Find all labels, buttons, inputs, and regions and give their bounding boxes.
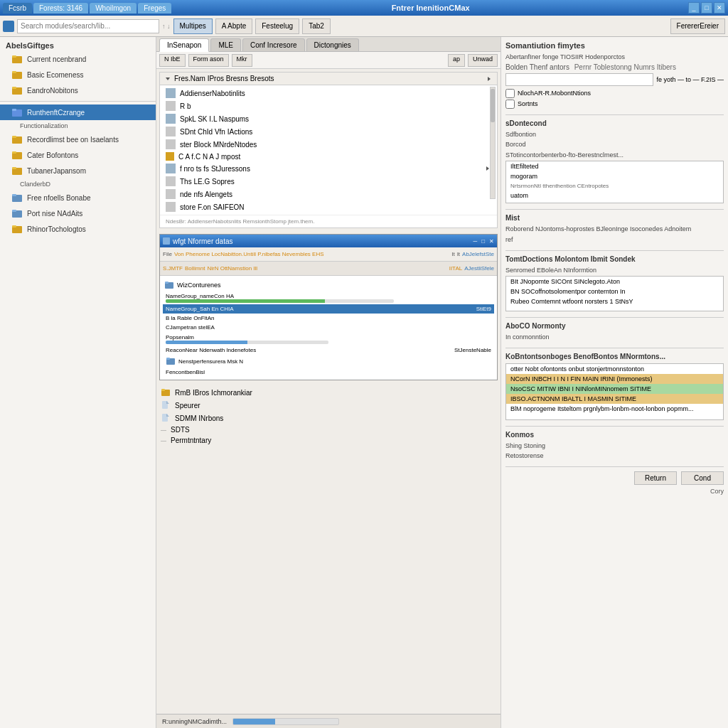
sidebar-item-11[interactable]: RhinorTochologtos — [0, 221, 156, 237]
rp-list-item-2[interactable]: NrtsrmonNtI tthenthention CEntropotes — [506, 181, 723, 191]
inner-row-3[interactable]: B la Rable OnFltAn — [163, 314, 494, 323]
rp-list-item-1[interactable]: mogoram — [506, 171, 723, 181]
aabpte-button[interactable]: A Abpte — [215, 18, 252, 34]
inner-row-1[interactable]: NameGroup_nameCon HA — [163, 291, 494, 304]
sidebar-item-7[interactable]: TubanerJapansom — [0, 163, 156, 178]
inner-sub-ajest[interactable]: AJestliSfele — [464, 265, 494, 272]
cond-button[interactable]: Cond — [681, 471, 724, 485]
formason-btn[interactable]: Form ason — [188, 54, 229, 67]
dropdown-item-7[interactable]: Ths LE.G Sopres — [160, 175, 497, 188]
inner-row-2[interactable]: NameGroup_Sah En CHIA StiEt9 — [163, 304, 494, 314]
inner-row-6[interactable]: ReaconNear Ndenwath Indenefotes StJenste… — [163, 346, 494, 355]
inner-sub-sjmtf[interactable]: S.JMTF — [163, 265, 183, 272]
tab-forests[interactable]: Forests: 3146 — [33, 3, 88, 14]
rp-checkbox2[interactable] — [505, 100, 515, 109]
rp-sec6-item-3[interactable]: IBSO.ACTNONM IBALTL I MASMIN SITIME — [506, 394, 723, 404]
festeelug-button[interactable]: Festeelug — [255, 18, 299, 34]
tab-freges[interactable]: Freges — [138, 3, 171, 14]
return-button[interactable]: Return — [634, 471, 677, 485]
bottom-item-4[interactable]: — Permtntntary — [159, 435, 498, 446]
inner-row-4[interactable]: CJampetran stelEA — [163, 323, 494, 332]
tab-whoilmgon[interactable]: Whoilmgon — [90, 3, 136, 14]
rp-sec2-title: sDontecond — [505, 119, 724, 127]
inner-toolbar-ab[interactable]: AbJelefstSte — [462, 251, 494, 257]
rp-sec6-item-2[interactable]: NsoCSC MITIW IBNI I NINlonMINnomem SITIM… — [506, 384, 723, 394]
sidebar-item-9[interactable]: Free nfoells Bonabe — [0, 190, 156, 205]
inner-maximize[interactable]: □ — [481, 238, 485, 245]
bottom-item-3[interactable]: — SDTS — [159, 424, 498, 435]
multipes-button[interactable]: Multipes — [173, 18, 213, 34]
rp-input-field[interactable] — [505, 73, 653, 86]
close-button[interactable]: ✕ — [714, 2, 725, 14]
tab-fcsrb[interactable]: Fcsrb — [3, 3, 32, 14]
dropdown-item-4[interactable]: ster Block MNrdeNtodes — [160, 138, 497, 151]
sidebar-item-6[interactable]: Cater Bofontons — [0, 147, 156, 163]
search-input[interactable] — [17, 19, 159, 33]
inner-sub-nirn[interactable]: NirN OttNamstion Ill — [207, 265, 446, 272]
inner-close[interactable]: ✕ — [489, 238, 494, 245]
scrollbar-thumb[interactable] — [491, 89, 495, 122]
sidebar-item-1[interactable]: Basic Ecomeness — [0, 67, 156, 82]
folder-icon — [11, 192, 23, 203]
inner-toolbar-it1[interactable]: It — [451, 251, 454, 257]
sidebar-item-0[interactable]: Current ncenbrand — [0, 51, 156, 67]
dropdown-item-6[interactable]: f nro ts fs StJuressons — [160, 162, 497, 175]
dropdown-item-8[interactable]: nde nfs Alengets — [160, 188, 497, 200]
tab2-button[interactable]: Tab2 — [302, 18, 331, 34]
username: Cory — [710, 488, 724, 495]
maximize-button[interactable]: □ — [701, 2, 712, 14]
rp-checkbox1[interactable] — [505, 89, 515, 98]
dropdown-item-1[interactable]: R b — [160, 100, 497, 112]
mkr-btn[interactable]: Mkr — [232, 54, 252, 67]
dropdown-arrow-icon — [164, 75, 171, 82]
inner-folder-icon — [164, 280, 174, 290]
rp-sec4-item-0[interactable]: BIt JNopomte SICOnt SINclegoto.Aton — [506, 277, 723, 287]
sidebar-header: AbelsGiftges — [0, 37, 156, 51]
rp-sec6-item-1[interactable]: NCorN INBCH I I N I FIN MAIN IRINI (Immo… — [506, 374, 723, 384]
inner-row-7[interactable]: Nenstperfensurera Msk N — [163, 355, 494, 368]
rp-checkbox2-label: Sortnts — [518, 100, 538, 107]
fererer-button[interactable]: FerererEreier — [670, 18, 725, 34]
sidebar-item-5[interactable]: Recordlimst bee on Isaelants — [0, 132, 156, 147]
inner-sub-boll[interactable]: Bollimnt — [185, 265, 205, 272]
bottom-item-2[interactable]: SDMM INrbons — [159, 412, 498, 424]
rp-input-label: fe yoth — to — F.2IS — — [656, 76, 724, 83]
tab-mle[interactable]: MLE — [210, 38, 241, 51]
inner-title: wfgt Nformer datas — [173, 237, 232, 245]
sidebar-item-3[interactable]: RunthenftCzrange — [0, 105, 156, 120]
inner-toolbar-it2[interactable]: It — [457, 251, 460, 257]
scrollbar[interactable] — [490, 87, 496, 199]
inner-minimize[interactable]: ─ — [473, 238, 477, 245]
rp-list-item-3[interactable]: uatom — [506, 191, 723, 200]
dropdown-item-0[interactable]: AddienserNabotinlits — [160, 87, 497, 100]
inner-toolbar-view[interactable]: Von Phenome LocNabitton.Untill P.nlbefas… — [174, 251, 449, 257]
dropdown-item-9[interactable]: store F.on SAIFEON — [160, 200, 497, 213]
dropdown-item-5[interactable]: C A f.C N A J mpost — [160, 151, 497, 162]
bottom-item-0[interactable]: RmB IBros Ichmorankiar — [159, 386, 498, 399]
rp-sec6-item-4[interactable]: BlM noprogeme Itsteltom prgnlybm-lonbm-n… — [506, 404, 723, 414]
sidebar-item-4[interactable]: Functionalization — [0, 120, 156, 132]
sidebar-item-8[interactable]: ClanderbD — [0, 178, 156, 190]
minimize-button[interactable]: _ — [688, 2, 700, 14]
rp-sec4-item-2[interactable]: Rubeo Comtemnt wtfoont norsters 1 StNsY — [506, 296, 723, 306]
unwad-btn[interactable]: Unwad — [468, 54, 498, 67]
dropdown-item-3[interactable]: SDnt ChId Vfn IActions — [160, 125, 497, 138]
sidebar-item-2[interactable]: EandroNobitons — [0, 82, 156, 98]
tab-dictongnies[interactable]: Dictongnies — [306, 38, 359, 51]
rp-sec6-item-0[interactable]: otter Nobt ofontonts onbut stonjertmonns… — [506, 364, 723, 374]
rp-list-item-0[interactable]: IltEfilteted — [506, 161, 723, 171]
tab-insenpon[interactable]: InSenapon — [159, 38, 209, 52]
nibe-btn[interactable]: N IbE — [159, 54, 186, 67]
dropdown-item-2[interactable]: SpkL SK I.L Naspums — [160, 112, 497, 125]
inner-toolbar-file[interactable]: File — [163, 251, 172, 257]
tab-conf[interactable]: Conf Incresore — [242, 38, 305, 51]
dropdown-header[interactable]: Fres.Nam IPros Bresns Bresots — [160, 73, 497, 85]
bottom-item-1[interactable]: Speurer — [159, 399, 498, 412]
inner-sub-iital[interactable]: IITAL — [449, 265, 463, 272]
ap-btn[interactable]: ap — [448, 54, 465, 67]
inner-row-0[interactable]: WizConturenes — [163, 279, 494, 291]
inner-row-5[interactable]: Popsenalm — [163, 332, 494, 346]
rp-sec4-item-1[interactable]: BN SOCoffnotsolomentpor conternton In — [506, 287, 723, 296]
sidebar-item-10[interactable]: Port nise NAdAits — [0, 205, 156, 221]
inner-row-8[interactable]: FencontbenBisl — [163, 368, 494, 377]
